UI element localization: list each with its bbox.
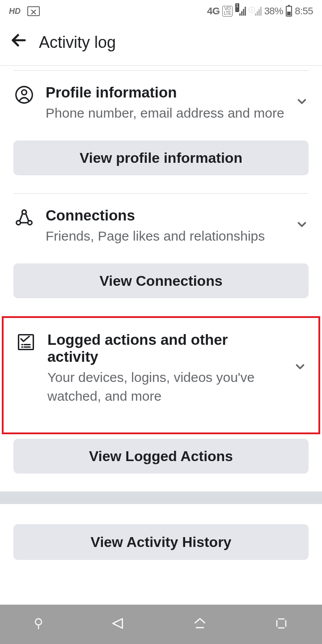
connections-icon bbox=[13, 207, 35, 228]
chevron-down-icon bbox=[295, 95, 309, 112]
picture-icon bbox=[27, 6, 40, 16]
svg-line-6 bbox=[20, 214, 22, 221]
person-icon bbox=[13, 84, 35, 105]
view-profile-info-button[interactable]: View profile information bbox=[13, 140, 309, 175]
svg-point-5 bbox=[28, 220, 32, 225]
svg-point-2 bbox=[22, 90, 27, 95]
assistant-icon[interactable] bbox=[32, 615, 45, 633]
connections-row[interactable]: Connections Friends, Page likes and rela… bbox=[0, 194, 322, 254]
back-arrow-icon[interactable] bbox=[10, 31, 28, 54]
logged-actions-title: Logged actions and other activity bbox=[47, 331, 283, 365]
status-bar: HD 4G VO LTE 1 × 38% bbox=[0, 0, 322, 22]
annotation-highlight: Logged actions and other activity Your d… bbox=[2, 316, 320, 434]
android-nav-bar bbox=[0, 605, 322, 644]
chevron-down-icon bbox=[295, 218, 309, 235]
profile-info-title: Profile information bbox=[46, 84, 284, 101]
connections-title: Connections bbox=[46, 207, 284, 224]
header: Activity log bbox=[0, 22, 322, 66]
svg-point-14 bbox=[35, 619, 42, 625]
connections-sub: Friends, Page likes and relationships bbox=[46, 227, 284, 246]
checklist-icon bbox=[15, 331, 37, 352]
status-right: 4G VO LTE 1 × 38% 8:55 bbox=[207, 5, 313, 17]
logged-actions-row[interactable]: Logged actions and other activity Your d… bbox=[4, 327, 318, 415]
svg-marker-16 bbox=[113, 619, 123, 628]
view-logged-actions-button[interactable]: View Logged Actions bbox=[13, 439, 309, 474]
volte-icon: VO LTE bbox=[222, 6, 232, 17]
svg-point-4 bbox=[17, 220, 21, 225]
logged-actions-sub: Your devices, logins, videos you've watc… bbox=[47, 368, 283, 406]
section-divider bbox=[0, 491, 322, 504]
sim2-signal-icon: × bbox=[249, 7, 262, 16]
nav-home-icon[interactable] bbox=[191, 616, 209, 632]
profile-info-sub: Phone number, email address and more bbox=[46, 104, 284, 123]
nav-recent-icon[interactable] bbox=[273, 617, 290, 632]
clock: 8:55 bbox=[295, 5, 313, 17]
chevron-down-icon bbox=[293, 360, 307, 377]
nav-back-icon[interactable] bbox=[109, 616, 127, 632]
hd-icon: HD bbox=[9, 7, 21, 16]
battery-icon bbox=[286, 6, 292, 17]
svg-point-3 bbox=[22, 210, 26, 214]
svg-line-7 bbox=[26, 214, 29, 221]
view-activity-history-button[interactable]: View Activity History bbox=[13, 524, 309, 560]
profile-info-row[interactable]: Profile information Phone number, email … bbox=[0, 71, 322, 131]
view-connections-button[interactable]: View Connections bbox=[13, 263, 309, 298]
sim1-signal-icon: 1 bbox=[235, 7, 246, 16]
status-left: HD bbox=[9, 6, 40, 16]
battery-percent: 38% bbox=[264, 5, 284, 17]
volte-bottom: LTE bbox=[224, 11, 231, 16]
page-title: Activity log bbox=[39, 33, 116, 52]
network-type: 4G bbox=[207, 5, 220, 17]
